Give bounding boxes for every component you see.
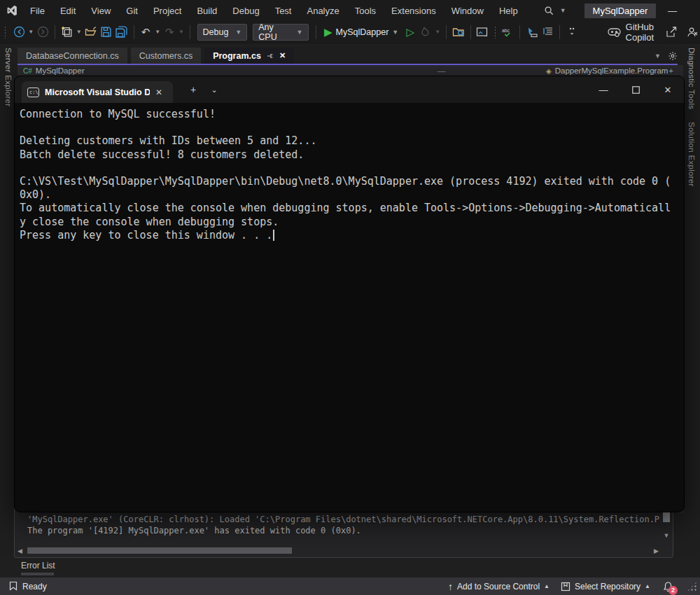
toolbar-drag-handle[interactable] [494,26,496,38]
tab-list-dropdown-icon[interactable]: ▼ [654,52,661,59]
search-icon[interactable] [544,6,554,16]
undo-icon[interactable]: ↶ [138,24,153,41]
class-icon: ◈ [546,67,552,75]
account-icon[interactable] [685,24,700,41]
status-bar: Ready ↑ Add to Source Control ▲ Select R… [0,578,700,595]
new-project-icon[interactable] [59,24,75,41]
close-tab-icon[interactable]: ✕ [279,51,286,60]
standard-toolbar: ▼ ▼ ↶ ▼ ↷ ▼ Debug▼ Any CPU▼ ▶ MySqlDappe… [0,21,700,43]
tab-databaseconnection-cs[interactable]: DatabaseConnection.cs [18,48,127,64]
console-maximize-button[interactable] [620,76,652,103]
menu-git[interactable]: Git [118,0,146,21]
start-debugging-button[interactable]: ▶ MySqlDapper ▼ [320,27,402,37]
notifications-button[interactable]: 2 [663,581,673,592]
output-horizontal-scrollbar[interactable]: ◀ ▶ [18,546,659,555]
navigate-back-icon[interactable] [11,24,27,41]
toolbar-separator [446,25,447,39]
pin-tab-icon[interactable] [267,52,274,59]
flag-icon [8,581,18,592]
new-console-tab-icon[interactable]: + [183,76,204,103]
resize-grip[interactable] [687,582,697,592]
toolbar-separator [559,25,560,39]
error-list-tab[interactable]: Error List [21,561,55,570]
tab-options-gear-icon[interactable] [668,51,678,61]
document-tab-strip: DatabaseConnection.cs Customers.cs Progr… [18,45,678,64]
output-vertical-scrollbar[interactable]: ▼ [662,510,671,545]
menu-tools[interactable]: Tools [347,0,384,21]
repository-caret-icon: ▲ [645,583,650,589]
solution-platform-select[interactable]: Any CPU▼ [253,24,308,41]
scroll-left-icon[interactable]: ◀ [18,547,24,554]
console-title-bar[interactable]: c:\ Microsoft Visual Studio Debug ✕ + ⌄ … [15,76,684,103]
upload-arrow-icon: ↑ [448,581,453,592]
console-minimize-button[interactable]: — [587,76,620,103]
menu-file[interactable]: File [22,0,52,21]
find-in-files-icon[interactable] [451,24,466,41]
save-icon[interactable] [99,24,114,41]
maximize-button[interactable] [688,0,700,21]
undo-dropdown-icon[interactable]: ▼ [155,29,160,35]
console-tab[interactable]: c:\ Microsoft Visual Studio Debug ✕ [22,81,173,103]
github-copilot-button[interactable]: GitHub Copilot [608,22,654,43]
background-tasks-button[interactable]: Ready [3,578,52,595]
console-tab-dropdown-icon[interactable]: ⌄ [204,76,225,103]
preview-window-icon[interactable] [475,24,490,41]
tab-program-cs[interactable]: Program.cs ✕ [204,48,294,64]
solution-configuration-select[interactable]: Debug▼ [197,24,248,41]
main-title-bar: File Edit View Git Project Build Debug T… [0,0,700,21]
spell-check-icon[interactable]: abc [500,24,515,41]
output-panel: 'MySqlDapper.exe' (CoreCLR: clrhost): Lo… [14,507,673,558]
solution-explorer-tab[interactable]: Solution Explorer [687,122,696,187]
menu-debug[interactable]: Debug [225,0,267,21]
menu-test[interactable]: Test [267,0,300,21]
console-close-button[interactable]: ✕ [652,76,684,103]
scrollbar-thumb[interactable] [27,547,292,554]
breadcrumb-expand-icon[interactable]: + [668,66,673,75]
toolbar-separator [470,25,471,39]
menu-extensions[interactable]: Extensions [384,0,444,21]
play-icon: ▶ [324,27,332,37]
toolbar-separator [55,25,55,39]
status-ready-text: Ready [22,582,47,592]
csharp-project-icon: C# [23,67,32,75]
share-icon[interactable] [664,24,679,41]
toolbar-overflow-icon[interactable] [564,24,580,41]
run-target-dropdown-icon[interactable]: ▼ [392,29,398,36]
cmd-prompt-icon: c:\ [27,88,39,97]
format-document-icon[interactable] [540,24,555,41]
menu-help[interactable]: Help [491,0,526,21]
debug-console-window: c:\ Microsoft Visual Studio Debug ✕ + ⌄ … [14,76,685,512]
repository-icon [561,582,570,592]
console-tab-close-icon[interactable]: ✕ [155,88,162,97]
menu-window[interactable]: Window [444,0,491,21]
navigate-back-dropdown-icon[interactable]: ▼ [28,29,34,35]
diagnostic-tools-tab[interactable]: Diagnostic Tools [687,48,696,109]
scroll-down-icon[interactable]: ▼ [662,532,671,539]
breadcrumb-project[interactable]: C# MySqlDapper [23,66,84,75]
notification-count-badge: 2 [668,586,678,595]
menu-view[interactable]: View [83,0,118,21]
select-element-icon[interactable] [524,24,540,41]
redo-icon: ↷ [162,24,177,41]
breadcrumb-type[interactable]: ◈ DapperMySqlExample.Program [546,66,668,75]
scroll-right-icon[interactable]: ▶ [652,547,659,554]
source-control-caret-icon: ▲ [544,583,550,589]
select-repository-button[interactable]: Select Repository ▲ [555,578,656,595]
menu-project[interactable]: Project [146,0,189,21]
minimize-button[interactable]: — [656,0,688,21]
add-to-source-control-button[interactable]: ↑ Add to Source Control ▲ [442,578,555,595]
menu-build[interactable]: Build [189,0,225,21]
menu-analyze[interactable]: Analyze [299,0,346,21]
new-project-dropdown-icon[interactable]: ▼ [76,29,82,35]
hot-reload-dropdown-icon: ▼ [435,29,440,35]
tab-customers-cs[interactable]: Customers.cs [131,48,201,64]
menu-edit[interactable]: Edit [52,0,83,21]
server-explorer-tab[interactable]: Server Explorer [4,48,13,106]
save-all-icon[interactable] [114,24,130,41]
redo-dropdown-icon: ▼ [178,29,184,35]
start-without-debugging-icon[interactable]: ▷ [402,24,418,41]
open-folder-icon[interactable] [83,24,99,41]
search-dropdown-icon[interactable]: ▼ [560,7,566,14]
copilot-label: GitHub Copilot [626,22,654,43]
toolbar-drag-handle[interactable] [4,26,6,38]
